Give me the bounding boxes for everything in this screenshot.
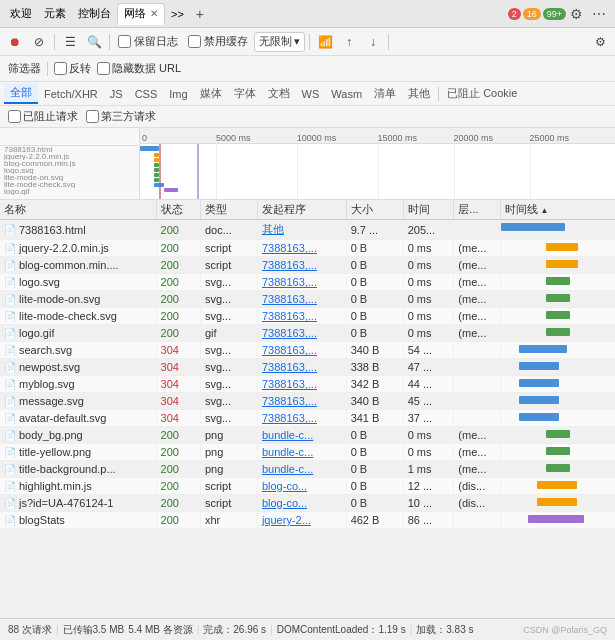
- table-row[interactable]: 📄search.svg304svg...7388163,...340 B54 .…: [0, 342, 615, 359]
- filter-tab-doc[interactable]: 文档: [262, 84, 296, 103]
- tab-more-options[interactable]: ⋯: [588, 6, 611, 22]
- cell-status: 200: [156, 427, 200, 444]
- cell-timeline: [501, 444, 615, 461]
- hide-data-url-checkbox[interactable]: 隐藏数据 URL: [97, 61, 181, 76]
- timeline-overview[interactable]: 7388163.html jquery-2.2.0.min.js blog-co…: [0, 128, 615, 200]
- cell-initiator: blog-co...: [257, 495, 346, 512]
- wifi-icon[interactable]: 📶: [314, 31, 336, 53]
- table-row[interactable]: 📄js?id=UA-476124-1200scriptblog-co...0 B…: [0, 495, 615, 512]
- cell-priority: [454, 410, 501, 427]
- col-header-status[interactable]: 状态: [156, 200, 200, 220]
- table-row[interactable]: 📄jquery-2.2.0.min.js200script7388163,...…: [0, 240, 615, 257]
- tab-network[interactable]: 网络 ✕: [117, 3, 165, 25]
- timeline-bar-3: [154, 163, 159, 167]
- badge-ok: 99+: [543, 8, 566, 20]
- tick-10000: 10000 ms: [297, 133, 337, 143]
- table-row[interactable]: 📄title-background.p...200pngbundle-c...0…: [0, 461, 615, 478]
- preserve-log-input[interactable]: [118, 35, 131, 48]
- invert-filter-checkbox[interactable]: 反转: [54, 61, 91, 76]
- filter-tab-other[interactable]: 其他: [402, 84, 436, 103]
- table-row[interactable]: 📄logo.gif200gif7388163,...0 B0 ms(me...: [0, 325, 615, 342]
- col-header-size[interactable]: 大小: [346, 200, 403, 220]
- timeline-mini-bar: [501, 223, 565, 231]
- cell-size: 0 B: [346, 478, 403, 495]
- tab-add-button[interactable]: +: [190, 4, 210, 24]
- tab-settings-button[interactable]: ⚙: [566, 6, 588, 22]
- table-row[interactable]: 📄message.svg304svg...7388163,...340 B45 …: [0, 393, 615, 410]
- timeline-mini-bar: [546, 430, 570, 438]
- timeline-bar-xhr: [164, 188, 178, 192]
- upload-icon[interactable]: ↑: [338, 31, 360, 53]
- tab-more[interactable]: >>: [165, 3, 190, 25]
- download-icon[interactable]: ↓: [362, 31, 384, 53]
- cell-status: 200: [156, 461, 200, 478]
- search-icon[interactable]: 🔍: [83, 31, 105, 53]
- filter-tab-fetch[interactable]: Fetch/XHR: [38, 86, 104, 102]
- col-header-type[interactable]: 类型: [200, 200, 257, 220]
- table-row[interactable]: 📄lite-mode-on.svg200svg...7388163,...0 B…: [0, 291, 615, 308]
- timeline-mini-bar: [519, 396, 559, 404]
- timeline-mini-bar: [546, 260, 578, 268]
- timeline-mini-bar: [546, 294, 570, 302]
- cell-name: 📄jquery-2.2.0.min.js: [0, 240, 156, 257]
- preserve-log-checkbox[interactable]: 保留日志: [114, 34, 182, 49]
- watermark: CSDN @Polaris_GQ: [523, 625, 607, 635]
- table-row[interactable]: 📄blogStats200xhrjquery-2...462 B86 ...: [0, 512, 615, 529]
- table-row[interactable]: 📄highlight.min.js200scriptblog-co...0 B1…: [0, 478, 615, 495]
- blocked-requests-input[interactable]: [8, 110, 21, 123]
- filter-tab-js[interactable]: JS: [104, 86, 129, 102]
- filter-tab-media[interactable]: 媒体: [194, 84, 228, 103]
- table-row[interactable]: 📄logo.svg200svg...7388163,...0 B0 ms(me.…: [0, 274, 615, 291]
- tab-console[interactable]: 控制台: [72, 3, 117, 25]
- throttle-select[interactable]: 无限制 ▾: [254, 32, 305, 52]
- col-header-name[interactable]: 名称: [0, 200, 156, 220]
- tick-5000: 5000 ms: [216, 133, 251, 143]
- col-header-timeline[interactable]: 时间线: [501, 200, 615, 220]
- filter-tab-all[interactable]: 全部: [4, 83, 38, 104]
- filter-tab-font[interactable]: 字体: [228, 84, 262, 103]
- gear-icon[interactable]: ⚙: [589, 31, 611, 53]
- disable-cache-input[interactable]: [188, 35, 201, 48]
- blocked-requests-checkbox[interactable]: 已阻止请求: [8, 109, 78, 124]
- cell-priority: [454, 220, 501, 240]
- table-row[interactable]: 📄avatar-default.svg304svg...7388163,...3…: [0, 410, 615, 427]
- cell-initiator: jquery-2...: [257, 512, 346, 529]
- cell-time: 205...: [403, 220, 454, 240]
- load-time: 加载：3.83 s: [416, 623, 473, 637]
- cell-type: doc...: [200, 220, 257, 240]
- invert-input[interactable]: [54, 62, 67, 75]
- cell-name: 📄avatar-default.svg: [0, 410, 156, 427]
- tick-0: 0: [140, 133, 147, 143]
- filter-tab-wasm[interactable]: Wasm: [325, 86, 368, 102]
- table-row[interactable]: 📄title-yellow.png200pngbundle-c...0 B0 m…: [0, 444, 615, 461]
- filter-tab-manifest[interactable]: 清单: [368, 84, 402, 103]
- record-button[interactable]: ⏺: [4, 31, 26, 53]
- table-row[interactable]: 📄newpost.svg304svg...7388163,...338 B47 …: [0, 359, 615, 376]
- table-row[interactable]: 📄myblog.svg304svg...7388163,...342 B44 .…: [0, 376, 615, 393]
- third-party-checkbox[interactable]: 第三方请求: [86, 109, 156, 124]
- filter-tab-img[interactable]: Img: [163, 86, 193, 102]
- filter-tab-css[interactable]: CSS: [129, 86, 164, 102]
- third-party-input[interactable]: [86, 110, 99, 123]
- hide-data-url-input[interactable]: [97, 62, 110, 75]
- table-row[interactable]: 📄body_bg.png200pngbundle-c...0 B0 ms(me.…: [0, 427, 615, 444]
- filter-tab-blocked-cookies[interactable]: 已阻止 Cookie: [441, 84, 523, 103]
- tab-welcome[interactable]: 欢迎: [4, 3, 38, 25]
- col-header-priority[interactable]: 层...: [454, 200, 501, 220]
- table-row[interactable]: 📄lite-mode-check.svg200svg...7388163,...…: [0, 308, 615, 325]
- disable-cache-checkbox[interactable]: 禁用缓存: [184, 34, 252, 49]
- col-header-time[interactable]: 时间: [403, 200, 454, 220]
- network-table-scroll[interactable]: 名称 状态 类型 发起程序 大小 时间 层... 时间线 📄7388163.ht…: [0, 200, 615, 618]
- tab-elements[interactable]: 元素: [38, 3, 72, 25]
- clear-button[interactable]: ⊘: [28, 31, 50, 53]
- cell-name: 📄logo.gif: [0, 325, 156, 342]
- tab-close-icon[interactable]: ✕: [150, 8, 158, 19]
- grid-line-4: [454, 144, 455, 199]
- table-row[interactable]: 📄blog-common.min....200script7388163,...…: [0, 257, 615, 274]
- cell-initiator: 7388163,...: [257, 274, 346, 291]
- col-header-initiator[interactable]: 发起程序: [257, 200, 346, 220]
- table-row[interactable]: 📄7388163.html200doc...其他9.7 ...205...: [0, 220, 615, 240]
- cell-size: 341 B: [346, 410, 403, 427]
- filter-tab-ws[interactable]: WS: [296, 86, 326, 102]
- filter-icon[interactable]: ☰: [59, 31, 81, 53]
